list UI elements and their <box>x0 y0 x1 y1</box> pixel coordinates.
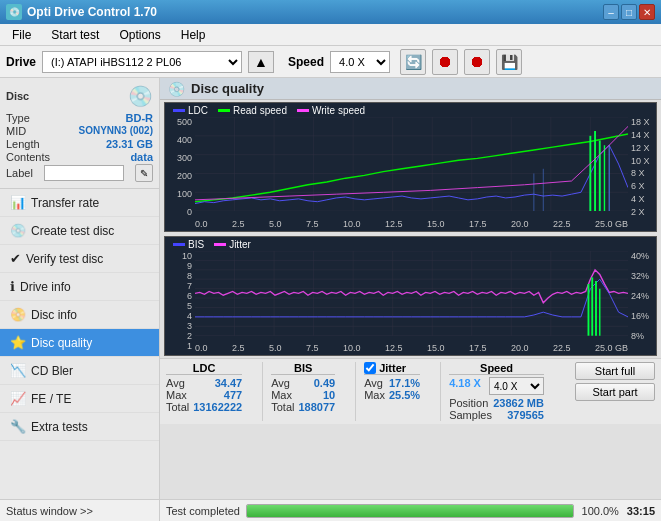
maximize-button[interactable]: □ <box>621 4 637 20</box>
verify-test-disc-icon: ✔ <box>10 251 21 266</box>
ldc-avg: 34.47 <box>215 377 243 389</box>
extra-tests-icon: 🔧 <box>10 419 26 434</box>
top-chart-legend: LDC Read speed Write speed <box>173 105 365 116</box>
disc-quality-icon: ⭐ <box>10 335 26 350</box>
max-label-bis: Max <box>271 389 292 401</box>
bottom-y-axis-right: 40% 32% 24% 16% 8% <box>628 251 656 341</box>
window-controls: – □ ✕ <box>603 4 655 20</box>
write-speed-color <box>297 109 309 112</box>
disc-panel-icon: 💿 <box>128 84 153 108</box>
nav-create-test-disc[interactable]: 💿 Create test disc <box>0 217 159 245</box>
stats-bar: LDC Avg 34.47 Max 477 Total 13162222 <box>160 358 661 424</box>
status-right: Test completed 100.0% 33:15 <box>160 504 661 518</box>
bis-color <box>173 243 185 246</box>
label-edit-button[interactable]: ✎ <box>135 164 153 182</box>
progress-percent: 100.0% <box>582 505 619 517</box>
top-chart: LDC Read speed Write speed 500 400 30 <box>164 102 657 232</box>
ldc-legend: LDC <box>173 105 208 116</box>
nav-transfer-rate[interactable]: 📊 Transfer rate <box>0 189 159 217</box>
label-input[interactable] <box>44 165 124 181</box>
start-buttons: Start full Start part <box>575 362 655 401</box>
total-label-bis: Total <box>271 401 294 413</box>
nav-verify-test-disc[interactable]: ✔ Verify test disc <box>0 245 159 273</box>
bottom-chart-legend: BIS Jitter <box>173 239 251 250</box>
drive-info-icon: ℹ <box>10 279 15 294</box>
start-part-button[interactable]: Start part <box>575 383 655 401</box>
jitter-color <box>214 243 226 246</box>
charts-area: LDC Read speed Write speed 500 400 30 <box>160 100 661 499</box>
stats-divider-1 <box>262 362 263 421</box>
nav-cd-bler[interactable]: 📉 CD Bler <box>0 357 159 385</box>
disc-info-icon: 📀 <box>10 307 26 322</box>
content-header-icon: 💿 <box>168 81 185 97</box>
nav-disc-quality-label: Disc quality <box>31 336 92 350</box>
speed-select[interactable]: 4.0 X <box>330 51 390 73</box>
jitter-legend: Jitter <box>214 239 251 250</box>
app-title: Opti Drive Control 1.70 <box>27 5 157 19</box>
max-label-jitter: Max <box>364 389 385 401</box>
completed-text: Test completed <box>166 505 240 517</box>
length-label: Length <box>6 138 40 150</box>
save-button[interactable]: 💾 <box>496 49 522 75</box>
ldc-label: LDC <box>188 105 208 116</box>
nav-disc-info-label: Disc info <box>31 308 77 322</box>
jitter-label: Jitter <box>229 239 251 250</box>
close-button[interactable]: ✕ <box>639 4 655 20</box>
nav-fe-te[interactable]: 📈 FE / TE <box>0 385 159 413</box>
nav-drive-info[interactable]: ℹ Drive info <box>0 273 159 301</box>
start-full-button[interactable]: Start full <box>575 362 655 380</box>
top-x-axis: 0.0 2.5 5.0 7.5 10.0 12.5 15.0 17.5 20.0… <box>195 219 628 229</box>
bottom-x-axis: 0.0 2.5 5.0 7.5 10.0 12.5 15.0 17.5 20.0… <box>195 343 628 353</box>
mid-label: MID <box>6 125 26 137</box>
bis-label: BIS <box>188 239 204 250</box>
refresh-button[interactable]: 🔄 <box>400 49 426 75</box>
speed-label: Speed <box>288 55 324 69</box>
samples-label: Samples <box>449 409 492 421</box>
cd-bler-icon: 📉 <box>10 363 26 378</box>
avg-label: Avg <box>166 377 185 389</box>
jitter-checkbox[interactable] <box>364 362 376 374</box>
disc-write-button[interactable]: ⏺ <box>464 49 490 75</box>
bis-max: 10 <box>323 389 335 401</box>
max-label-ldc: Max <box>166 389 187 401</box>
samples-val: 379565 <box>507 409 544 421</box>
type-value: BD-R <box>126 112 154 124</box>
nav-extra-tests[interactable]: 🔧 Extra tests <box>0 413 159 441</box>
label-label: Label <box>6 167 33 179</box>
sidebar: Disc 💿 Type BD-R MID SONYNN3 (002) Lengt… <box>0 78 160 499</box>
menu-help[interactable]: Help <box>173 26 214 44</box>
status-bar: Status window >> Test completed 100.0% 3… <box>0 499 661 521</box>
title-bar: 💿 Opti Drive Control 1.70 – □ ✕ <box>0 0 661 24</box>
status-window-button[interactable]: Status window >> <box>0 500 160 521</box>
create-test-disc-icon: 💿 <box>10 223 26 238</box>
toolbar: Drive (I:) ATAPI iHBS112 2 PL06 ▲ Speed … <box>0 46 661 78</box>
drive-select[interactable]: (I:) ATAPI iHBS112 2 PL06 <box>42 51 242 73</box>
menu-start-test[interactable]: Start test <box>43 26 107 44</box>
speed-stats-header: Speed <box>449 362 544 375</box>
bis-stats-header: BIS <box>271 362 335 375</box>
speed-stats-select[interactable]: 4.0 X <box>489 377 544 395</box>
menu-file[interactable]: File <box>4 26 39 44</box>
nav-fe-te-label: FE / TE <box>31 392 71 406</box>
write-speed-label: Write speed <box>312 105 365 116</box>
stats-divider-3 <box>440 362 441 421</box>
position-val: 23862 MB <box>493 397 544 409</box>
type-label: Type <box>6 112 30 124</box>
nav-disc-info[interactable]: 📀 Disc info <box>0 301 159 329</box>
nav-create-test-disc-label: Create test disc <box>31 224 114 238</box>
progress-fill <box>247 505 573 517</box>
nav-transfer-rate-label: Transfer rate <box>31 196 99 210</box>
top-y-axis-right: 18 X 14 X 12 X 10 X 8 X 6 X 4 X 2 X <box>628 117 656 217</box>
menu-bar: File Start test Options Help <box>0 24 661 46</box>
content-title: Disc quality <box>191 81 264 96</box>
length-value: 23.31 GB <box>106 138 153 150</box>
contents-value: data <box>130 151 153 163</box>
disc-panel-title: Disc <box>6 90 29 102</box>
nav-disc-quality[interactable]: ⭐ Disc quality <box>0 329 159 357</box>
top-chart-svg <box>195 117 628 211</box>
main-layout: Disc 💿 Type BD-R MID SONYNN3 (002) Lengt… <box>0 78 661 499</box>
eject-button[interactable]: ▲ <box>248 51 274 73</box>
minimize-button[interactable]: – <box>603 4 619 20</box>
menu-options[interactable]: Options <box>111 26 168 44</box>
disc-read-button[interactable]: ⏺ <box>432 49 458 75</box>
